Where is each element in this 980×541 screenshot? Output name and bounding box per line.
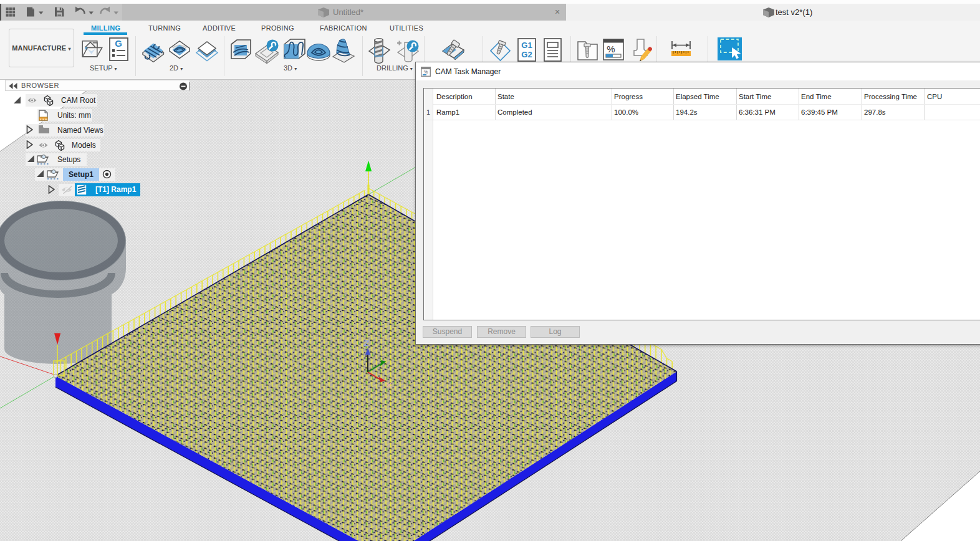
svg-text:%: %	[424, 69, 428, 75]
svg-text:G: G	[115, 38, 122, 49]
svg-text:G2: G2	[521, 50, 532, 59]
svg-text:%: %	[607, 44, 615, 54]
svg-text:G1: G1	[521, 41, 532, 50]
